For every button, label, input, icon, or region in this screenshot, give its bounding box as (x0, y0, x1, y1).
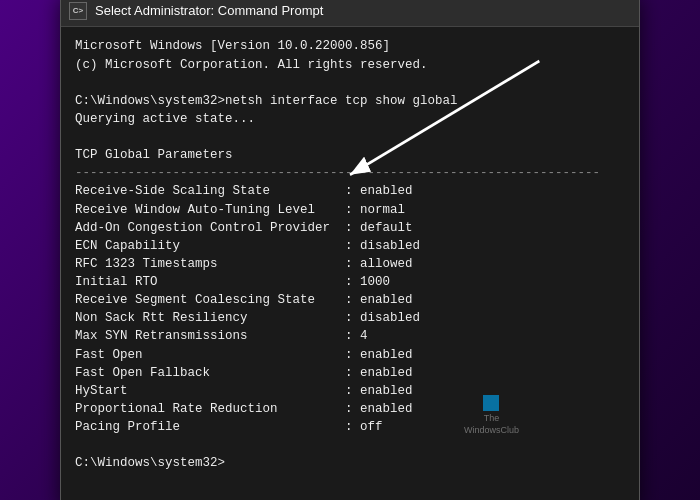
window-title: Select Administrator: Command Prompt (95, 3, 323, 18)
param-row: Max SYN Retransmissions : 4 (75, 327, 625, 345)
command-prompt-window: C> Select Administrator: Command Prompt … (60, 0, 640, 500)
header-line-1: Microsoft Windows [Version 10.0.22000.85… (75, 37, 625, 55)
title-bar[interactable]: C> Select Administrator: Command Prompt (61, 0, 639, 27)
watermark-line2: WindowsClub (464, 425, 519, 437)
tcp-heading: TCP Global Parameters (75, 146, 625, 164)
footer-prompt: C:\Windows\system32> (75, 454, 625, 472)
separator: ----------------------------------------… (75, 164, 625, 182)
window-icon: C> (69, 2, 87, 20)
watermark: The WindowsClub (464, 395, 519, 436)
param-row: Fast Open : enabled (75, 346, 625, 364)
watermark-icon (483, 395, 499, 411)
param-row: Fast Open Fallback : enabled (75, 364, 625, 382)
param-row: Pacing Profile : off (75, 418, 625, 436)
param-row: Receive Segment Coalescing State : enabl… (75, 291, 625, 309)
param-row: RFC 1323 Timestamps : allowed (75, 255, 625, 273)
param-row: Non Sack Rtt Resiliency : disabled (75, 309, 625, 327)
terminal-body: Microsoft Windows [Version 10.0.22000.85… (61, 27, 639, 500)
param-row: Add-On Congestion Control Provider : def… (75, 219, 625, 237)
param-row: Receive Window Auto-Tuning Level : norma… (75, 201, 625, 219)
param-row: ECN Capability : disabled (75, 237, 625, 255)
header-line-4: C:\Windows\system32>netsh interface tcp … (75, 92, 625, 110)
param-row: Initial RTO : 1000 (75, 273, 625, 291)
header-line-2: (c) Microsoft Corporation. All rights re… (75, 56, 625, 74)
param-row: Receive-Side Scaling State : enabled (75, 182, 625, 200)
header-line-5: Querying active state... (75, 110, 625, 128)
param-row: Proportional Rate Reduction : enabled (75, 400, 625, 418)
watermark-line1: The (484, 413, 500, 425)
params-list: Receive-Side Scaling State : enabledRece… (75, 182, 625, 436)
param-row: HyStart : enabled (75, 382, 625, 400)
